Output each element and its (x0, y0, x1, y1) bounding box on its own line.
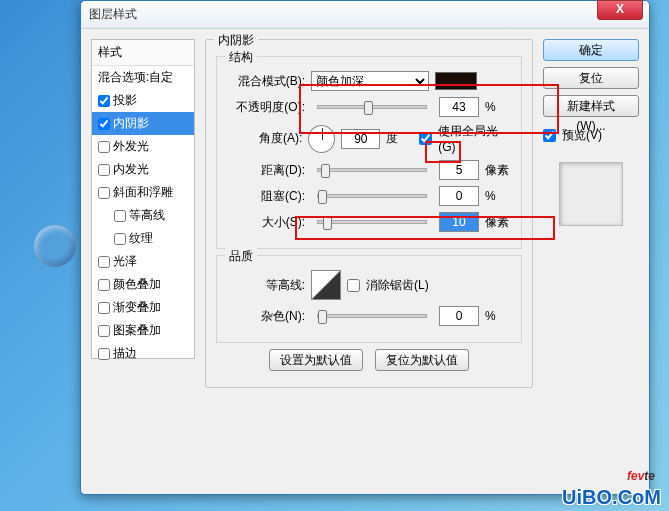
noise-row: 杂色(N): 0 % (225, 306, 513, 326)
style-item-2[interactable]: 外发光 (92, 135, 194, 158)
opacity-row: 不透明度(O): 43 % (225, 97, 513, 117)
styles-header[interactable]: 样式 (92, 40, 194, 66)
opacity-input[interactable]: 43 (439, 97, 479, 117)
close-button[interactable]: X (597, 0, 643, 20)
style-item-0[interactable]: 投影 (92, 89, 194, 112)
style-item-10[interactable]: 图案叠加 (92, 319, 194, 342)
cancel-button[interactable]: 复位 (543, 67, 639, 89)
contour-picker[interactable] (311, 270, 341, 300)
blend-mode-select[interactable]: 颜色加深 (311, 71, 429, 91)
ok-button[interactable]: 确定 (543, 39, 639, 61)
contour-row: 等高线: 消除锯齿(L) (225, 270, 513, 300)
style-label: 内阴影 (113, 115, 149, 132)
preview-label: 预览(V) (562, 127, 602, 144)
style-item-8[interactable]: 颜色叠加 (92, 273, 194, 296)
style-checkbox[interactable] (98, 95, 110, 107)
antialias-label: 消除锯齿(L) (366, 277, 429, 294)
style-checkbox[interactable] (98, 187, 110, 199)
antialias-checkbox[interactable] (347, 279, 360, 292)
style-label: 等高线 (129, 207, 165, 224)
opacity-slider[interactable] (317, 105, 427, 109)
effect-settings: 内阴影 结构 混合模式(B): 颜色加深 不透明度(O): 43 % (205, 39, 533, 484)
angle-input[interactable]: 90 (341, 129, 380, 149)
preview-checkbox[interactable] (543, 129, 556, 142)
watermark-uibo: UiBO.CoM (562, 486, 661, 509)
color-swatch[interactable] (435, 72, 477, 90)
style-item-9[interactable]: 渐变叠加 (92, 296, 194, 319)
style-checkbox[interactable] (114, 233, 126, 245)
style-label: 投影 (113, 92, 137, 109)
style-label: 描边 (113, 345, 137, 362)
new-style-button[interactable]: 新建样式(W)... (543, 95, 639, 117)
set-default-button[interactable]: 设置为默认值 (269, 349, 363, 371)
blend-mode-row: 混合模式(B): 颜色加深 (225, 71, 513, 91)
style-item-6[interactable]: 纹理 (92, 227, 194, 250)
size-input[interactable]: 10 (439, 212, 479, 232)
style-item-1[interactable]: 内阴影 (92, 112, 194, 135)
reset-default-button[interactable]: 复位为默认值 (375, 349, 469, 371)
desktop-bubble (34, 225, 76, 267)
choke-input[interactable]: 0 (439, 186, 479, 206)
distance-slider[interactable] (317, 168, 427, 172)
style-checkbox[interactable] (98, 302, 110, 314)
style-checkbox[interactable] (98, 325, 110, 337)
inner-shadow-group: 内阴影 结构 混合模式(B): 颜色加深 不透明度(O): 43 % (205, 39, 533, 388)
style-label: 光泽 (113, 253, 137, 270)
size-row: 大小(S): 10 像素 (225, 212, 513, 232)
style-item-4[interactable]: 斜面和浮雕 (92, 181, 194, 204)
style-label: 图案叠加 (113, 322, 161, 339)
style-label: 外发光 (113, 138, 149, 155)
style-checkbox[interactable] (98, 164, 110, 176)
watermark-fevte: fevte (627, 462, 655, 485)
style-checkbox[interactable] (98, 256, 110, 268)
choke-slider[interactable] (317, 194, 427, 198)
window-title: 图层样式 (89, 6, 137, 23)
style-label: 渐变叠加 (113, 299, 161, 316)
style-item-5[interactable]: 等高线 (92, 204, 194, 227)
noise-input[interactable]: 0 (439, 306, 479, 326)
style-label: 斜面和浮雕 (113, 184, 173, 201)
quality-group: 品质 等高线: 消除锯齿(L) 杂色(N): 0 % (216, 255, 522, 343)
titlebar[interactable]: 图层样式 X (81, 1, 649, 29)
distance-row: 距离(D): 5 像素 (225, 160, 513, 180)
style-checkbox[interactable] (98, 141, 110, 153)
style-checkbox[interactable] (98, 348, 110, 360)
noise-slider[interactable] (317, 314, 427, 318)
angle-dial[interactable] (308, 125, 335, 153)
style-label: 颜色叠加 (113, 276, 161, 293)
blend-options-row[interactable]: 混合选项:自定 (92, 66, 194, 89)
style-item-3[interactable]: 内发光 (92, 158, 194, 181)
size-slider[interactable] (317, 220, 427, 224)
group-title: 内阴影 (214, 32, 258, 49)
distance-input[interactable]: 5 (439, 160, 479, 180)
style-item-11[interactable]: 描边 (92, 342, 194, 365)
angle-row: 角度(A): 90 度 使用全局光(G) (225, 123, 513, 154)
action-panel: 确定 复位 新建样式(W)... 预览(V) (543, 39, 639, 484)
structure-group: 结构 混合模式(B): 颜色加深 不透明度(O): 43 % 角度(A): (216, 56, 522, 249)
defaults-row: 设置为默认值 复位为默认值 (216, 349, 522, 371)
style-item-7[interactable]: 光泽 (92, 250, 194, 273)
global-light-checkbox[interactable] (419, 132, 432, 145)
global-light-label: 使用全局光(G) (438, 123, 513, 154)
style-checkbox[interactable] (114, 210, 126, 222)
choke-row: 阻塞(C): 0 % (225, 186, 513, 206)
style-checkbox[interactable] (98, 118, 110, 130)
style-checkbox[interactable] (98, 279, 110, 291)
styles-panel: 样式 混合选项:自定 投影内阴影外发光内发光斜面和浮雕等高线纹理光泽颜色叠加渐变… (91, 39, 195, 484)
style-label: 内发光 (113, 161, 149, 178)
style-label: 纹理 (129, 230, 153, 247)
preview-swatch (559, 162, 623, 226)
layer-style-dialog: 图层样式 X 样式 混合选项:自定 投影内阴影外发光内发光斜面和浮雕等高线纹理光… (80, 0, 650, 495)
